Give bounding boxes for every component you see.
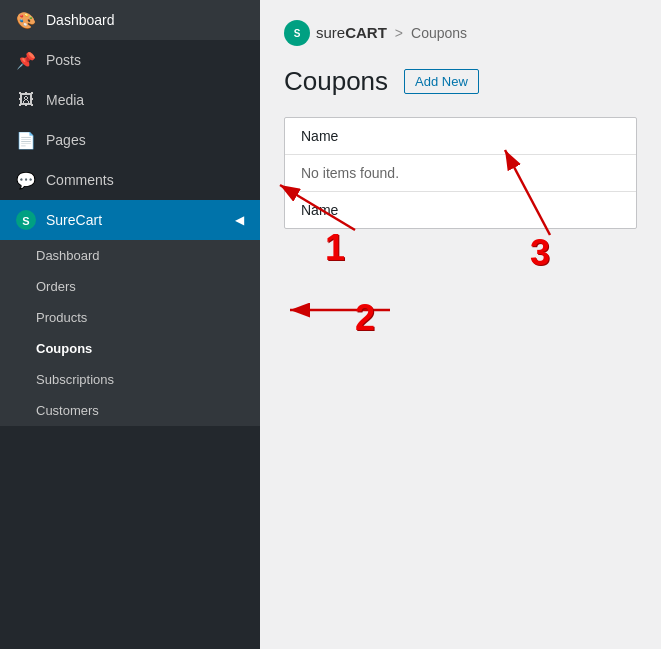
sidebar-item-surecart[interactable]: S SureCart ◀ — [0, 200, 260, 240]
sidebar-item-media[interactable]: 🖼 Media — [0, 80, 260, 120]
dashboard-icon: 🎨 — [16, 10, 36, 30]
annotation-3: 3 — [530, 235, 550, 271]
surecart-icon: S — [16, 210, 36, 230]
sidebar-item-comments[interactable]: 💬 Comments — [0, 160, 260, 200]
page-title: Coupons — [284, 66, 388, 97]
breadcrumb-current: Coupons — [411, 25, 467, 41]
sc-subscriptions-item[interactable]: Subscriptions — [0, 364, 260, 395]
sc-orders-item[interactable]: Orders — [0, 271, 260, 302]
brand-sure: sure — [316, 24, 345, 41]
table-footer-row: Name — [285, 192, 636, 228]
coupons-table: Name No items found. Name — [284, 117, 637, 229]
sc-products-item[interactable]: Products — [0, 302, 260, 333]
sidebar-item-label: Dashboard — [46, 12, 115, 28]
media-icon: 🖼 — [16, 90, 36, 110]
sc-dashboard-item[interactable]: Dashboard — [0, 240, 260, 271]
sidebar-item-label: Pages — [46, 132, 86, 148]
add-new-button[interactable]: Add New — [404, 69, 479, 94]
table-empty-row: No items found. — [285, 155, 636, 192]
annotations-overlay: 1 2 3 — [260, 0, 661, 649]
posts-icon: 📌 — [16, 50, 36, 70]
collapse-arrow-icon: ◀ — [235, 213, 244, 227]
column-name-header: Name — [301, 128, 338, 144]
surecart-submenu: Dashboard Orders Products Coupons Subscr… — [0, 240, 260, 426]
sidebar-item-pages[interactable]: 📄 Pages — [0, 120, 260, 160]
brand-text: sureCART — [316, 24, 387, 42]
annotation-2: 2 — [355, 300, 375, 336]
column-name-footer: Name — [301, 202, 338, 218]
sidebar-item-label: SureCart — [46, 212, 102, 228]
svg-text:S: S — [294, 28, 301, 39]
sidebar-item-label: Media — [46, 92, 84, 108]
sidebar-item-label: Posts — [46, 52, 81, 68]
sidebar-item-label: Comments — [46, 172, 114, 188]
surecart-brand: S sureCART — [284, 20, 387, 46]
brand-cart: CART — [345, 24, 387, 41]
sidebar-item-dashboard[interactable]: 🎨 Dashboard — [0, 0, 260, 40]
sc-customers-item[interactable]: Customers — [0, 395, 260, 426]
table-header-row: Name — [285, 118, 636, 155]
sidebar-item-posts[interactable]: 📌 Posts — [0, 40, 260, 80]
breadcrumb-separator: > — [395, 25, 403, 41]
page-header: Coupons Add New — [284, 66, 637, 97]
sc-coupons-item[interactable]: Coupons — [0, 333, 260, 364]
breadcrumb: S sureCART > Coupons — [284, 20, 637, 46]
comments-icon: 💬 — [16, 170, 36, 190]
surecart-logo-icon: S — [284, 20, 310, 46]
arrows-svg — [260, 0, 661, 649]
svg-text:S: S — [22, 215, 29, 227]
pages-icon: 📄 — [16, 130, 36, 150]
annotation-1: 1 — [325, 230, 345, 266]
empty-message: No items found. — [301, 165, 399, 181]
sidebar: 🎨 Dashboard 📌 Posts 🖼 Media 📄 Pages 💬 Co… — [0, 0, 260, 649]
main-content: S sureCART > Coupons Coupons Add New Nam… — [260, 0, 661, 649]
